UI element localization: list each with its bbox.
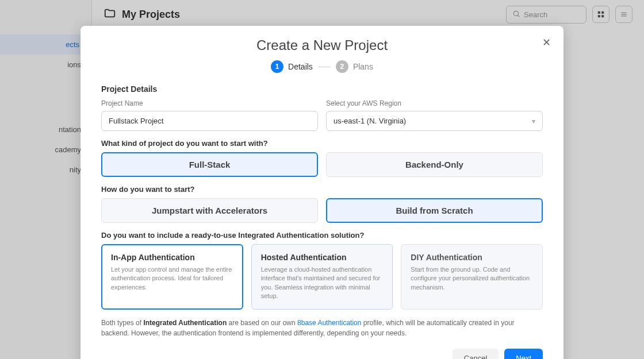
- choice-scratch[interactable]: Build from Scratch: [326, 198, 543, 223]
- project-name-label: Project Name: [101, 99, 318, 107]
- step-num-1: 1: [271, 60, 283, 73]
- step-details[interactable]: 1 Details: [271, 60, 313, 73]
- auth-in-app[interactable]: In-App Authentication Let your app contr…: [101, 244, 243, 310]
- step-num-2: 2: [336, 60, 348, 73]
- section-title: Project Details: [101, 84, 543, 94]
- modal-title: Create a New Project: [101, 37, 543, 53]
- question-kind: What kind of project do you want to star…: [101, 139, 543, 148]
- auth-hosted[interactable]: Hosted Authentication Leverage a cloud-h…: [251, 244, 393, 310]
- create-project-modal: ✕ Create a New Project 1 Details 2 Plans…: [80, 26, 564, 359]
- step-label-plans: Plans: [353, 62, 373, 71]
- choice-backend-only[interactable]: Backend-Only: [326, 152, 543, 177]
- region-value: us-east-1 (N. Virginia): [334, 117, 406, 125]
- auth-desc-hosted: Leverage a cloud-hosted authentication i…: [261, 265, 384, 301]
- region-select[interactable]: us-east-1 (N. Virginia) ▾: [326, 111, 543, 131]
- chevron-down-icon: ▾: [532, 117, 535, 125]
- region-label: Select your AWS Region: [326, 99, 543, 107]
- auth-title-inapp: In-App Authentication: [111, 253, 233, 262]
- choice-jumpstart[interactable]: Jumpstart with Accelerators: [101, 198, 318, 223]
- auth-diy[interactable]: DIY Authentication Start from the ground…: [401, 244, 543, 310]
- auth-profile-link[interactable]: 8base Authentication: [297, 319, 361, 327]
- auth-desc-diy: Start from the ground up. Code and confi…: [411, 265, 533, 292]
- question-start: How do you want to start?: [101, 185, 543, 194]
- choice-full-stack[interactable]: Full-Stack: [101, 152, 318, 177]
- step-label-details: Details: [288, 62, 313, 71]
- close-button[interactable]: ✕: [542, 36, 551, 49]
- step-connector: [319, 67, 330, 67]
- auth-desc-inapp: Let your app control and manage the enti…: [111, 265, 233, 292]
- next-button[interactable]: Next: [504, 349, 543, 359]
- stepper: 1 Details 2 Plans: [101, 60, 543, 73]
- auth-title-hosted: Hosted Authentication: [261, 253, 384, 262]
- step-plans[interactable]: 2 Plans: [336, 60, 373, 73]
- cancel-button[interactable]: Cancel: [453, 349, 499, 359]
- project-name-input[interactable]: [101, 111, 318, 131]
- auth-title-diy: DIY Authentication: [411, 253, 533, 262]
- question-auth: Do you want to include a ready-to-use In…: [101, 231, 543, 240]
- footnote: Both types of Integrated Authentication …: [101, 318, 543, 338]
